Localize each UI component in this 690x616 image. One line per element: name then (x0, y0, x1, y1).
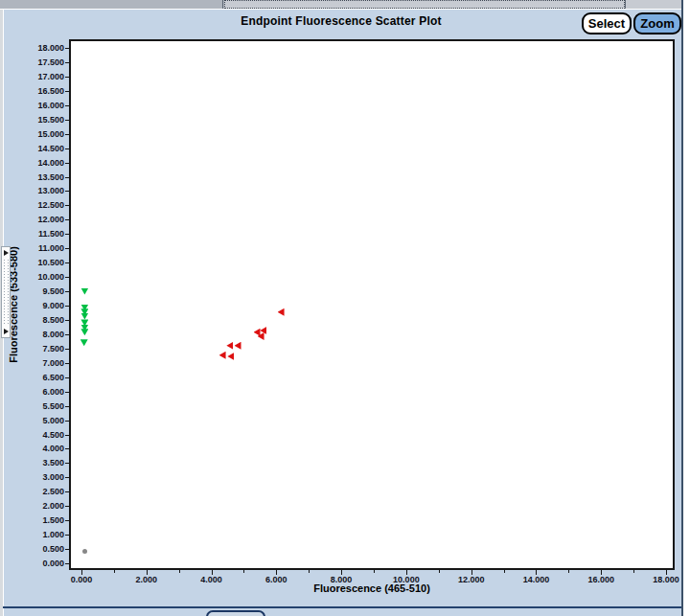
y-tick-label: 7.500 (20, 344, 64, 354)
x-tick-label: 18.000 (642, 575, 690, 584)
y-tick-label: 9.000 (20, 301, 64, 310)
y-tick-label: 6.500 (20, 373, 64, 382)
y-tick-mark (65, 421, 69, 422)
y-tick-label: 16.000 (20, 101, 64, 110)
x-tick-mark (309, 570, 310, 573)
y-tick-label: 3.000 (20, 472, 64, 482)
y-tick-mark (65, 463, 69, 464)
x-tick-mark (179, 570, 180, 573)
y-tick-mark (65, 549, 69, 550)
y-tick-label: 17.500 (20, 57, 64, 67)
y-tick-mark (65, 62, 69, 63)
y-tick-mark (65, 291, 69, 292)
toolbar-divider (222, 0, 223, 9)
x-tick-label: 2.000 (123, 575, 171, 584)
y-tick-label: 16.500 (20, 86, 64, 96)
y-tick-mark (65, 277, 69, 278)
y-tick-label: 15.500 (20, 115, 64, 125)
bottom-separator (3, 606, 681, 608)
y-tick-mark (65, 120, 69, 121)
y-tick-label: 1.500 (20, 515, 64, 525)
y-tick-label: 7.000 (20, 358, 64, 368)
y-tick-mark (65, 535, 69, 536)
y-tick-label: 2.000 (20, 501, 64, 511)
top-toolbar-focused-segment[interactable] (224, 0, 625, 9)
plot-area[interactable] (69, 39, 675, 570)
y-tick-label: 4.500 (20, 430, 64, 440)
right-edge-strip (683, 0, 690, 616)
y-tick-label: 5.500 (20, 401, 64, 411)
y-tick-label: 8.000 (20, 330, 64, 339)
y-tick-label: 4.000 (20, 444, 64, 453)
y-tick-label: 14.500 (20, 144, 64, 153)
chart-title: Endpoint Fluorescence Scatter Plot (0, 14, 682, 28)
panel-right-border (681, 0, 683, 616)
select-button[interactable]: Select (582, 12, 632, 34)
y-tick-label: 8.500 (20, 315, 64, 325)
y-tick-mark (65, 477, 69, 478)
y-tick-mark (65, 306, 69, 307)
y-tick-mark (65, 320, 69, 321)
y-tick-label: 1.000 (20, 530, 64, 539)
x-tick-mark (439, 570, 440, 573)
y-tick-mark (65, 148, 69, 149)
y-tick-label: 13.500 (20, 172, 64, 182)
y-tick-mark (65, 191, 69, 192)
x-tick-label: 10.000 (382, 575, 430, 584)
x-tick-mark (504, 570, 505, 573)
x-tick-label: 16.000 (577, 575, 625, 584)
y-tick-label: 10.000 (20, 272, 64, 282)
y-tick-mark (65, 48, 69, 49)
y-tick-label: 12.500 (20, 200, 64, 210)
y-tick-label: 5.000 (20, 416, 64, 425)
y-tick-mark (65, 392, 69, 393)
y-tick-mark (65, 134, 69, 135)
y-tick-mark (65, 363, 69, 364)
y-tick-label: 15.000 (20, 129, 64, 139)
bottom-partial-button[interactable] (206, 610, 265, 616)
y-tick-mark (65, 520, 69, 521)
x-tick-label: 14.000 (512, 575, 560, 584)
y-tick-label: 0.500 (20, 544, 64, 554)
splitter-grip-dots (4, 260, 9, 325)
y-tick-mark (65, 506, 69, 507)
x-tick-mark (633, 570, 634, 573)
y-tick-label: 18.000 (20, 43, 64, 53)
y-tick-label: 14.000 (20, 158, 64, 168)
y-tick-mark (65, 205, 69, 206)
x-tick-label: 12.000 (448, 575, 495, 584)
x-tick-mark (568, 570, 569, 573)
splitter-handle[interactable] (1, 246, 11, 338)
y-tick-mark (65, 334, 69, 335)
y-tick-mark (65, 177, 69, 178)
y-tick-mark (65, 91, 69, 92)
y-tick-mark (65, 349, 69, 350)
y-tick-label: 3.500 (20, 458, 64, 468)
y-tick-label: 13.000 (20, 186, 64, 195)
y-tick-mark (65, 105, 69, 106)
y-tick-label: 11.000 (20, 243, 64, 253)
zoom-button[interactable]: Zoom (633, 12, 681, 34)
toolbar-divider (625, 0, 626, 9)
y-tick-label: 11.500 (20, 229, 64, 239)
x-tick-label: 0.000 (58, 575, 105, 584)
x-tick-mark (243, 570, 244, 573)
y-tick-mark (65, 262, 69, 263)
y-tick-mark (65, 77, 69, 78)
top-toolbar-right-segment (626, 0, 682, 9)
y-tick-label: 6.000 (20, 387, 64, 397)
x-tick-label: 6.000 (252, 575, 300, 584)
y-tick-label: 12.000 (20, 215, 64, 224)
y-tick-label: 0.000 (20, 559, 64, 568)
y-tick-mark (65, 406, 69, 407)
y-tick-mark (65, 563, 69, 564)
y-tick-label: 10.500 (20, 258, 64, 267)
y-tick-mark (65, 248, 69, 249)
y-tick-mark (65, 448, 69, 449)
splitter-expand-top-icon[interactable] (4, 250, 9, 256)
splitter-expand-bottom-icon[interactable] (4, 329, 9, 334)
y-tick-mark (65, 234, 69, 235)
top-toolbar-strip (0, 0, 690, 10)
y-tick-label: 2.500 (20, 487, 64, 496)
x-tick-label: 4.000 (188, 575, 236, 584)
